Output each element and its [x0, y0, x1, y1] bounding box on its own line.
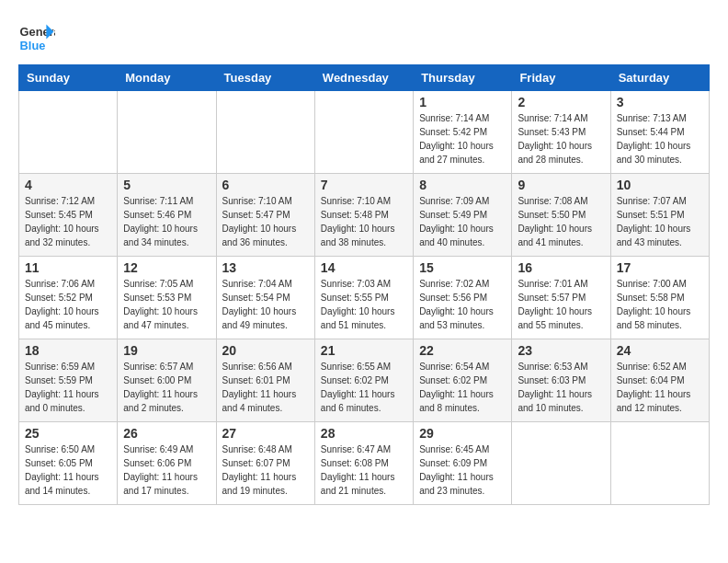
day-number: 12	[123, 260, 210, 275]
day-number: 22	[419, 343, 506, 358]
sunrise-time: Sunrise: 6:49 AM	[123, 444, 193, 454]
calendar-cell	[216, 91, 314, 174]
calendar-cell: 26Sunrise: 6:49 AMSunset: 6:06 PMDayligh…	[118, 422, 216, 505]
daylight-hours: Daylight: 11 hours and 4 minutes.	[222, 389, 297, 413]
daylight-hours: Daylight: 11 hours and 2 minutes.	[123, 389, 198, 413]
sunrise-time: Sunrise: 6:53 AM	[518, 362, 587, 372]
calendar-cell: 3Sunrise: 7:13 AMSunset: 5:44 PMDaylight…	[610, 91, 709, 174]
sunset-time: Sunset: 5:45 PM	[25, 210, 93, 220]
day-number: 26	[123, 426, 210, 441]
calendar-week-row: 25Sunrise: 6:50 AMSunset: 6:05 PMDayligh…	[19, 422, 710, 505]
calendar-cell: 5Sunrise: 7:11 AMSunset: 5:46 PMDaylight…	[118, 174, 216, 257]
sunset-time: Sunset: 5:57 PM	[518, 293, 586, 303]
sunset-time: Sunset: 5:53 PM	[123, 293, 191, 303]
calendar-week-row: 4Sunrise: 7:12 AMSunset: 5:45 PMDaylight…	[19, 174, 710, 257]
day-number: 3	[617, 95, 703, 109]
daylight-hours: Daylight: 10 hours and 47 minutes.	[123, 306, 198, 330]
day-number: 14	[321, 260, 407, 275]
day-info: Sunrise: 7:04 AMSunset: 5:54 PMDaylight:…	[222, 277, 309, 332]
day-number: 16	[518, 260, 604, 275]
sunset-time: Sunset: 5:55 PM	[321, 293, 389, 303]
sunset-time: Sunset: 5:58 PM	[617, 293, 685, 303]
day-number: 25	[25, 426, 111, 441]
sunrise-time: Sunrise: 7:06 AM	[25, 279, 95, 289]
sunrise-time: Sunrise: 7:08 AM	[518, 196, 587, 206]
daylight-hours: Daylight: 10 hours and 34 minutes.	[123, 224, 198, 247]
calendar-cell: 18Sunrise: 6:59 AMSunset: 5:59 PMDayligh…	[19, 339, 118, 422]
day-info: Sunrise: 7:07 AMSunset: 5:51 PMDaylight:…	[617, 194, 703, 249]
calendar-cell: 21Sunrise: 6:55 AMSunset: 6:02 PMDayligh…	[314, 339, 413, 422]
day-info: Sunrise: 7:00 AMSunset: 5:58 PMDaylight:…	[617, 277, 703, 332]
sunrise-time: Sunrise: 7:10 AM	[222, 196, 292, 206]
calendar-cell: 1Sunrise: 7:14 AMSunset: 5:42 PMDaylight…	[414, 91, 512, 174]
sunrise-time: Sunrise: 7:14 AM	[419, 113, 489, 123]
sunrise-time: Sunrise: 7:12 AM	[25, 196, 95, 206]
day-number: 1	[419, 95, 506, 109]
day-number: 11	[25, 260, 111, 275]
calendar-cell: 12Sunrise: 7:05 AMSunset: 5:53 PMDayligh…	[118, 257, 216, 339]
day-number: 17	[617, 260, 703, 275]
daylight-hours: Daylight: 10 hours and 38 minutes.	[321, 224, 395, 247]
calendar-cell: 11Sunrise: 7:06 AMSunset: 5:52 PMDayligh…	[19, 257, 118, 339]
sunset-time: Sunset: 5:56 PM	[419, 293, 487, 303]
sunset-time: Sunset: 6:07 PM	[222, 458, 290, 468]
svg-text:Blue: Blue	[20, 39, 46, 52]
day-number: 20	[222, 343, 309, 358]
sunset-time: Sunset: 5:46 PM	[123, 210, 191, 220]
daylight-hours: Daylight: 11 hours and 6 minutes.	[321, 389, 395, 413]
sunset-time: Sunset: 5:47 PM	[222, 210, 290, 220]
sunrise-time: Sunrise: 7:10 AM	[321, 196, 391, 206]
calendar-cell: 19Sunrise: 6:57 AMSunset: 6:00 PMDayligh…	[118, 339, 216, 422]
daylight-hours: Daylight: 11 hours and 10 minutes.	[518, 389, 592, 413]
calendar-cell: 23Sunrise: 6:53 AMSunset: 6:03 PMDayligh…	[512, 339, 610, 422]
day-number: 4	[25, 178, 111, 192]
calendar-cell: 28Sunrise: 6:47 AMSunset: 6:08 PMDayligh…	[314, 422, 413, 505]
daylight-hours: Daylight: 10 hours and 30 minutes.	[617, 141, 691, 165]
sunrise-time: Sunrise: 7:13 AM	[617, 113, 687, 123]
calendar-cell	[19, 91, 118, 174]
sunset-time: Sunset: 5:48 PM	[321, 210, 389, 220]
daylight-hours: Daylight: 11 hours and 8 minutes.	[419, 389, 494, 413]
sunset-time: Sunset: 5:49 PM	[419, 210, 487, 220]
calendar-cell	[610, 422, 709, 505]
calendar-cell: 8Sunrise: 7:09 AMSunset: 5:49 PMDaylight…	[414, 174, 512, 257]
day-info: Sunrise: 7:01 AMSunset: 5:57 PMDaylight:…	[518, 277, 604, 332]
sunset-time: Sunset: 6:09 PM	[419, 458, 487, 468]
sunrise-time: Sunrise: 7:05 AM	[123, 279, 193, 289]
day-number: 21	[321, 343, 407, 358]
daylight-hours: Daylight: 10 hours and 32 minutes.	[25, 224, 99, 247]
sunrise-time: Sunrise: 6:52 AM	[617, 362, 687, 372]
page-header: General Blue	[18, 18, 710, 55]
sunrise-time: Sunrise: 7:11 AM	[123, 196, 193, 206]
daylight-hours: Daylight: 11 hours and 23 minutes.	[419, 472, 494, 496]
calendar-cell: 10Sunrise: 7:07 AMSunset: 5:51 PMDayligh…	[610, 174, 709, 257]
daylight-hours: Daylight: 10 hours and 53 minutes.	[419, 306, 494, 330]
day-info: Sunrise: 6:49 AMSunset: 6:06 PMDaylight:…	[123, 442, 210, 498]
sunset-time: Sunset: 6:03 PM	[518, 375, 586, 385]
sunset-time: Sunset: 5:52 PM	[25, 293, 93, 303]
sunrise-time: Sunrise: 6:47 AM	[321, 444, 391, 454]
calendar-cell: 17Sunrise: 7:00 AMSunset: 5:58 PMDayligh…	[610, 257, 709, 339]
calendar-cell	[512, 422, 610, 505]
daylight-hours: Daylight: 11 hours and 14 minutes.	[25, 472, 99, 496]
daylight-hours: Daylight: 10 hours and 43 minutes.	[617, 224, 691, 247]
calendar-cell: 25Sunrise: 6:50 AMSunset: 6:05 PMDayligh…	[19, 422, 118, 505]
weekday-header-saturday: Saturday	[610, 65, 709, 91]
day-number: 2	[518, 95, 604, 109]
day-info: Sunrise: 7:05 AMSunset: 5:53 PMDaylight:…	[123, 277, 210, 332]
day-info: Sunrise: 7:13 AMSunset: 5:44 PMDaylight:…	[617, 111, 703, 167]
day-number: 13	[222, 260, 309, 275]
sunrise-time: Sunrise: 7:01 AM	[518, 279, 587, 289]
day-info: Sunrise: 6:59 AMSunset: 5:59 PMDaylight:…	[25, 360, 111, 415]
daylight-hours: Daylight: 11 hours and 17 minutes.	[123, 472, 198, 496]
daylight-hours: Daylight: 11 hours and 12 minutes.	[617, 389, 691, 413]
sunrise-time: Sunrise: 6:54 AM	[419, 362, 489, 372]
sunrise-time: Sunrise: 7:09 AM	[419, 196, 489, 206]
calendar-cell: 6Sunrise: 7:10 AMSunset: 5:47 PMDaylight…	[216, 174, 314, 257]
calendar-cell: 16Sunrise: 7:01 AMSunset: 5:57 PMDayligh…	[512, 257, 610, 339]
day-info: Sunrise: 7:09 AMSunset: 5:49 PMDaylight:…	[419, 194, 506, 249]
sunset-time: Sunset: 6:02 PM	[321, 375, 389, 385]
sunrise-time: Sunrise: 7:07 AM	[617, 196, 687, 206]
day-info: Sunrise: 6:47 AMSunset: 6:08 PMDaylight:…	[321, 442, 407, 498]
daylight-hours: Daylight: 10 hours and 51 minutes.	[321, 306, 395, 330]
